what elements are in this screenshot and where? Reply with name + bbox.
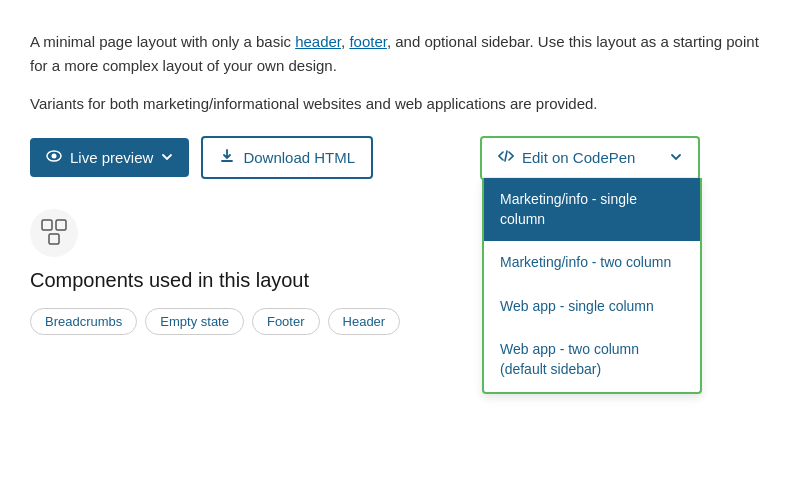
codepen-dropdown-header[interactable]: Edit on CodePen (482, 138, 698, 178)
svg-rect-2 (42, 220, 52, 230)
codepen-chevron-icon (670, 149, 682, 166)
download-icon (219, 148, 235, 167)
dropdown-item-0[interactable]: Marketing/info - single column (484, 178, 700, 241)
code-icon (498, 148, 514, 167)
components-icon-wrapper (30, 209, 78, 257)
eye-icon (46, 148, 62, 167)
live-preview-label: Live preview (70, 149, 153, 166)
codepen-dropdown: Edit on CodePen Marketing/info - single … (480, 136, 700, 180)
header-link[interactable]: header (295, 33, 341, 50)
codepen-label: Edit on CodePen (522, 149, 635, 166)
button-row: Live preview Download HTML Edit on CodeP… (30, 136, 769, 179)
dropdown-item-1[interactable]: Marketing/info - two column (484, 241, 700, 285)
dropdown-item-2[interactable]: Web app - single column (484, 285, 700, 329)
svg-rect-3 (56, 220, 66, 230)
svg-rect-4 (49, 234, 59, 244)
live-preview-button[interactable]: Live preview (30, 138, 189, 177)
description-text-2: Variants for both marketing/informationa… (30, 95, 598, 112)
chevron-down-icon (161, 149, 173, 166)
description-text-1: A minimal page layout with only a basic (30, 33, 295, 50)
download-html-label: Download HTML (243, 149, 355, 166)
svg-point-1 (52, 154, 57, 159)
description-block: A minimal page layout with only a basic … (30, 30, 769, 116)
dropdown-item-3[interactable]: Web app - two column (default sidebar) (484, 328, 700, 391)
tag-header[interactable]: Header (328, 308, 401, 335)
tag-footer[interactable]: Footer (252, 308, 320, 335)
footer-link[interactable]: footer (349, 33, 387, 50)
tag-empty-state[interactable]: Empty state (145, 308, 244, 335)
tag-breadcrumbs[interactable]: Breadcrumbs (30, 308, 137, 335)
download-html-button[interactable]: Download HTML (201, 136, 373, 179)
boxes-icon (40, 218, 68, 249)
codepen-dropdown-menu: Marketing/info - single column Marketing… (482, 178, 702, 394)
